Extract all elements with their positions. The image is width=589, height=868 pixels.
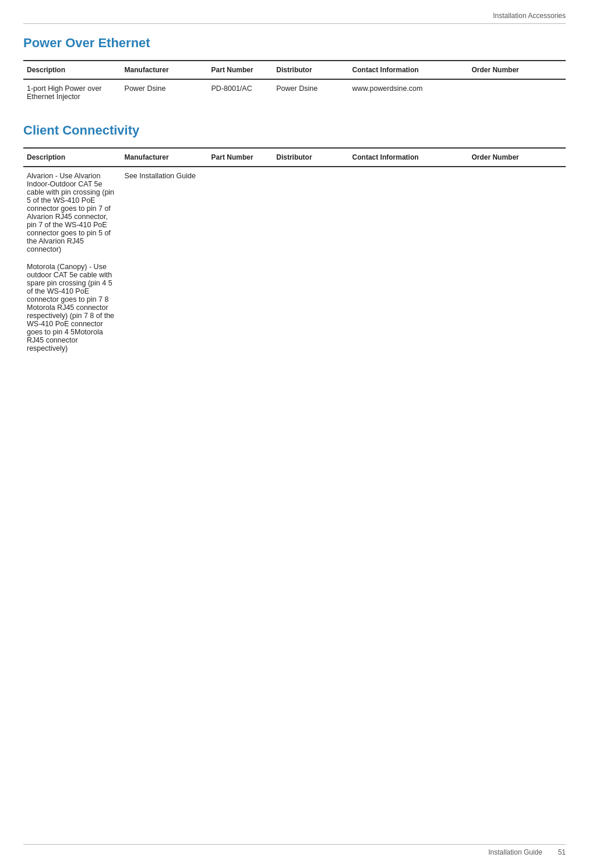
th2-description: Description (23, 148, 121, 167)
power-ethernet-table: Description Manufacturer Part Number Dis… (23, 60, 566, 105)
table2-cell-order_number-1 (468, 258, 566, 357)
table1-cell-manufacturer-0: Power Dsine (121, 79, 208, 105)
th1-description: Description (23, 61, 121, 79)
section1-title: Power Over Ethernet (23, 36, 566, 51)
table2-cell-contact_information-1 (349, 258, 468, 357)
table1-cell-part_number-0: PD-8001/AC (208, 79, 273, 105)
table1-row-0: 1-port High Power over Ethernet Injector… (23, 79, 566, 105)
client-connectivity-table: Description Manufacturer Part Number Dis… (23, 147, 566, 357)
header-text: Installation Accessories (493, 12, 566, 20)
th2-manufacturer: Manufacturer (121, 148, 208, 167)
table2-cell-part_number-0 (208, 167, 273, 258)
th2-distributor: Distributor (273, 148, 348, 167)
table1-cell-description-0: 1-port High Power over Ethernet Injector (23, 79, 121, 105)
page-footer: Installation Guide 51 (23, 844, 566, 856)
th1-manufacturer: Manufacturer (121, 61, 208, 79)
table1-cell-order_number-0 (468, 79, 566, 105)
th1-order-number: Order Number (468, 61, 566, 79)
th2-part-number: Part Number (208, 148, 273, 167)
table2-cell-description-0: Alvarion - Use Alvarion Indoor-Outdoor C… (23, 167, 121, 258)
table1-cell-contact_information-0: www.powerdsine.com (349, 79, 468, 105)
section2-title: Client Connectivity (23, 123, 566, 138)
table2-cell-distributor-1 (273, 258, 348, 357)
table2-cell-part_number-1 (208, 258, 273, 357)
table1-cell-distributor-0: Power Dsine (273, 79, 348, 105)
th2-order-number: Order Number (468, 148, 566, 167)
th1-contact-information: Contact Information (349, 61, 468, 79)
th1-part-number: Part Number (208, 61, 273, 79)
section-power-over-ethernet: Power Over Ethernet Description Manufact… (23, 36, 566, 105)
footer-page-number: 51 (558, 848, 566, 856)
table2-header-row: Description Manufacturer Part Number Dis… (23, 148, 566, 167)
table2-cell-distributor-0 (273, 167, 348, 258)
th2-contact-information: Contact Information (349, 148, 468, 167)
table2-cell-contact_information-0 (349, 167, 468, 258)
table1-header-row: Description Manufacturer Part Number Dis… (23, 61, 566, 79)
table2-cell-manufacturer-0: See Installation Guide (121, 167, 208, 258)
table2-row-1: Motorola (Canopy) - Use outdoor CAT 5e c… (23, 258, 566, 357)
footer-label: Installation Guide (488, 848, 542, 856)
table2-row-0: Alvarion - Use Alvarion Indoor-Outdoor C… (23, 167, 566, 258)
table2-cell-manufacturer-1 (121, 258, 208, 357)
table2-cell-description-1: Motorola (Canopy) - Use outdoor CAT 5e c… (23, 258, 121, 357)
th1-distributor: Distributor (273, 61, 348, 79)
table2-cell-order_number-0 (468, 167, 566, 258)
page-header: Installation Accessories (23, 12, 566, 24)
section-client-connectivity: Client Connectivity Description Manufact… (23, 123, 566, 357)
